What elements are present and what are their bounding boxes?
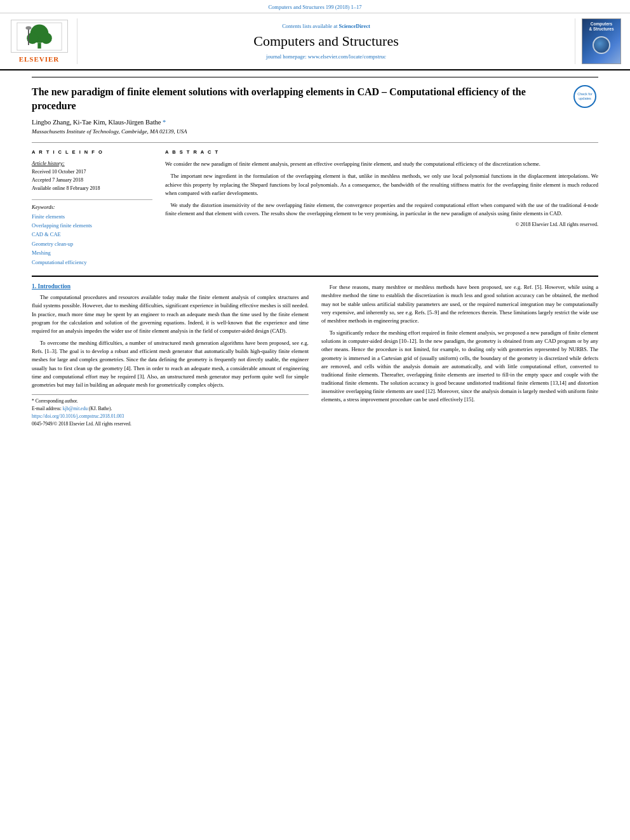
abstract-para-2: The important new ingredient in the form… [165,172,598,197]
journal-cover-thumbnail: Computers & Structures [575,18,622,64]
section1-body-right: For these reasons, many meshfree or mesh… [321,283,598,404]
keyword-item: Overlapping finite elements [32,221,152,230]
available-date: Available online 8 February 2018 [32,185,152,193]
svg-rect-4 [28,28,29,45]
svg-point-5 [25,26,31,29]
corresponding-asterisk: * [163,119,166,126]
doi-link: https://doi.org/10.1016/j.compstruc.2018… [32,413,124,419]
email-suffix: (KJ. Bathe). [89,406,112,411]
keyword-item: Meshing [32,248,152,257]
abstract-label: A B S T R A C T [165,149,598,155]
abstract-text-block: We consider the new paradigm of finite e… [165,160,598,218]
body-divider [32,276,598,277]
title-text-block: The new paradigm of finite element solut… [32,85,565,112]
contents-available-text: Contents lists available at [282,23,337,29]
body-right-col: For these reasons, many meshfree or mesh… [321,283,598,428]
keyword-item: Geometry clean-up [32,239,152,248]
intro-para-1: The computational procedures and resourc… [32,293,309,335]
article-dates: Received 10 October 2017 Accepted 7 Janu… [32,168,152,192]
email-line: E-mail address: kjb@mit.edu (KJ. Bathe). [32,405,309,413]
journal-homepage[interactable]: journal homepage: www.elsevier.com/locat… [266,53,386,60]
accepted-date: Accepted 7 January 2018 [32,177,152,185]
citation-text: Computers and Structures 199 (2018) 1–17 [268,4,361,10]
footnote-area: * Corresponding author. E-mail address: … [32,394,309,428]
section1-body-left: The computational procedures and resourc… [32,293,309,389]
journal-header: ELSEVIER Contents lists available at Sci… [0,13,630,70]
abstract-column: A B S T R A C T We consider the new para… [165,149,598,267]
keyword-item: CAD & CAE [32,230,152,239]
intro-para-3: For these reasons, many meshfree or mesh… [321,283,598,325]
article-info-column: A R T I C L E I N F O Article history: R… [32,149,152,267]
main-content: The new paradigm of finite element solut… [0,70,630,434]
keywords-list: Finite elements Overlapping finite eleme… [32,212,152,267]
authors-line: Lingbo Zhang, Ki-Tae Kim, Klaus-Jürgen B… [32,119,598,126]
info-divider [32,199,152,200]
corresponding-note: * Corresponding author. [32,397,309,405]
journal-center: Contents lists available at ScienceDirec… [83,18,570,64]
email-address: kjb@mit.edu [63,406,88,411]
cover-image: Computers & Structures [582,18,621,64]
cover-title-text: Computers & Structures [589,22,613,32]
sciencedirect-link[interactable]: Contents lists available at ScienceDirec… [282,23,370,29]
intro-para-4: To significantly reduce the meshing effo… [321,329,598,404]
article-history-sublabel: Article history: [32,160,152,166]
abstract-copyright: © 2018 Elsevier Ltd. All rights reserved… [165,222,598,227]
keyword-item: Computational efficiency [32,258,152,267]
elsevier-logo: ELSEVIER [8,18,77,64]
body-left-col: 1. Introduction The computational proced… [32,283,309,428]
sciencedirect-text: ScienceDirect [338,23,370,29]
check-updates-badge[interactable]: Check for updates [572,85,598,108]
doi-line[interactable]: https://doi.org/10.1016/j.compstruc.2018… [32,413,309,420]
keyword-item: Finite elements [32,212,152,221]
section1-heading: 1. Introduction [32,283,309,290]
keywords-block: Keywords: Finite elements Overlapping fi… [32,204,152,267]
received-date: Received 10 October 2017 [32,168,152,177]
cover-globe-graphic [593,36,610,54]
elsevier-tree-logo [11,20,68,53]
homepage-prefix: journal homepage: [266,53,307,60]
article-title-section: The new paradigm of finite element solut… [32,77,598,112]
check-updates-circle: Check for updates [573,85,596,108]
article-info-abstract-section: A R T I C L E I N F O Article history: R… [32,142,598,267]
homepage-url: www.elsevier.com/locate/compstruc [308,53,386,60]
elsevier-tree-svg [14,22,65,51]
journal-title: Computers and Structures [253,33,399,50]
abstract-para-1: We consider the new paradigm of finite e… [165,160,598,168]
svg-rect-0 [37,43,41,48]
top-citation-bar: Computers and Structures 199 (2018) 1–17 [0,0,630,13]
article-history-block: Article history: Received 10 October 201… [32,160,152,192]
issn-line: 0045-7949/© 2018 Elsevier Ltd. All right… [32,420,309,428]
abstract-para-3: We study the distortion insensitivity of… [165,201,598,218]
author-affiliation: Massachusetts Institute of Technology, C… [32,128,598,135]
article-title: The new paradigm of finite element solut… [32,85,565,112]
article-info-label: A R T I C L E I N F O [32,149,152,155]
keywords-sublabel: Keywords: [32,204,152,210]
svg-point-3 [40,32,51,44]
body-two-column: 1. Introduction The computational proced… [32,283,598,428]
authors-text: Lingbo Zhang, Ki-Tae Kim, Klaus-Jürgen B… [32,119,161,126]
email-label: E-mail address: [32,406,62,411]
check-updates-text: Check for updates [577,92,593,100]
intro-para-2: To overcome the meshing difficulties, a … [32,339,309,389]
elsevier-brand-text: ELSEVIER [19,55,60,63]
